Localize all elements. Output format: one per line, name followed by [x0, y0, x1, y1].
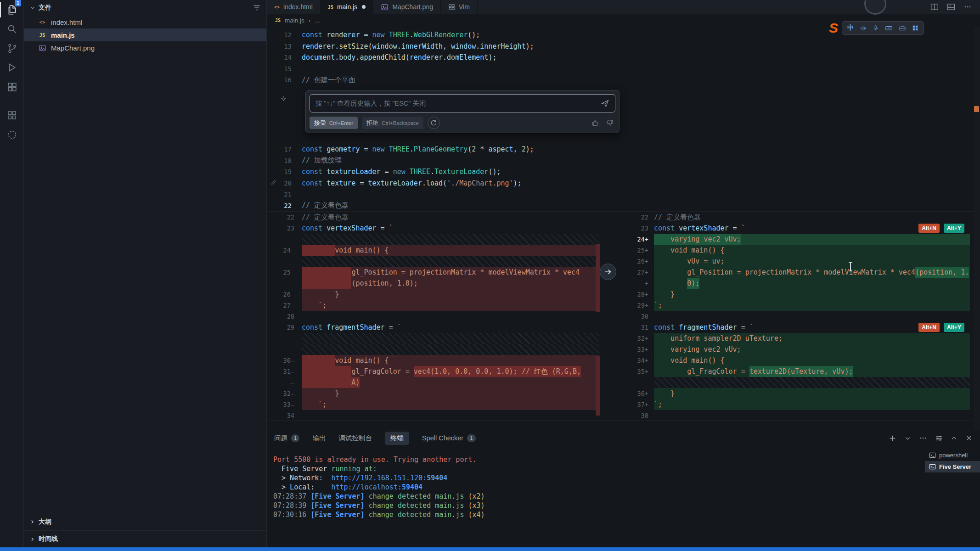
run-debug-icon[interactable]: [0, 58, 24, 77]
diff-row[interactable]: 25+ void main() {: [631, 245, 970, 256]
diff-row[interactable]: 38: [631, 410, 970, 421]
thumbs-up-icon[interactable]: [590, 119, 601, 127]
file-item-MapChart.png[interactable]: MapChart.png: [24, 41, 266, 54]
timeline-section-header[interactable]: 时间线: [24, 530, 266, 547]
code-line[interactable]: 22// 定义着色器: [267, 200, 980, 212]
code-line[interactable]: 19const textureLoader = new THREE.Textur…: [267, 166, 980, 178]
chevron-down-icon[interactable]: [29, 5, 36, 11]
diff-row[interactable]: + 0);: [631, 278, 970, 289]
next-change-arrow-button[interactable]: [600, 264, 616, 280]
diff-row[interactable]: 26— }: [267, 289, 599, 300]
panel-tab-输出[interactable]: 输出: [312, 434, 326, 443]
diff-row[interactable]: 30— void main() {: [267, 355, 599, 366]
chat-input[interactable]: [310, 94, 615, 112]
diff-row[interactable]: 34: [267, 410, 599, 421]
diff-modified-pane[interactable]: 22// 定义着色器23const vertexShader = `Alt+NA…: [631, 212, 970, 421]
diff-row[interactable]: 33— `;: [267, 399, 599, 410]
diff-row[interactable]: [267, 234, 599, 245]
diff-row[interactable]: 36+ }: [631, 388, 970, 399]
diff-row[interactable]: 22// 定义着色器: [267, 212, 599, 223]
launch-config-icon[interactable]: [935, 434, 943, 442]
toggle-layout-icon[interactable]: [947, 3, 955, 11]
code-line[interactable]: 13renderer.setSize(window.innerWidth, wi…: [267, 41, 980, 52]
views-menu-icon[interactable]: [253, 4, 261, 12]
code-viewport[interactable]: 12const renderer = new THREE.WebGLRender…: [267, 27, 980, 429]
more-icon[interactable]: [963, 3, 972, 11]
panel-tab-调试控制台[interactable]: 调试控制台: [338, 434, 372, 443]
terminal-instance-Five Server[interactable]: Five Server: [925, 461, 980, 472]
breadcrumb-more[interactable]: …: [315, 17, 321, 24]
diff-row[interactable]: 23const vertexShader = `Alt+NAlt+Y: [631, 223, 970, 234]
diff-row[interactable]: 31const fragmentShader = `Alt+NAlt+Y: [631, 322, 970, 333]
tab-Vim[interactable]: Vim: [441, 0, 478, 14]
code-line[interactable]: 14document.body.appendChild(renderer.dom…: [267, 52, 980, 63]
diff-row[interactable]: 29+`;: [631, 300, 970, 311]
sogou-logo[interactable]: S: [829, 21, 838, 35]
more-icon[interactable]: [919, 434, 927, 442]
tab-MapChart.png[interactable]: MapChart.png: [373, 0, 441, 14]
diff-row[interactable]: 27— `;: [267, 300, 599, 311]
code-line[interactable]: 15: [267, 63, 980, 75]
edit-pencil-icon[interactable]: [270, 179, 277, 186]
diff-row[interactable]: 31— gl_FragColor = vec4(1.0, 0.0, 0.0, 1…: [267, 366, 599, 377]
explorer-icon[interactable]: 1: [0, 0, 24, 19]
split-editor-icon[interactable]: [930, 3, 939, 11]
diff-row[interactable]: 24— void main() {: [267, 245, 599, 256]
diff-original-pane[interactable]: 22// 定义着色器23const vertexShader = `24— vo…: [267, 212, 599, 421]
keyboard-icon[interactable]: [885, 24, 893, 32]
alt-y-badge[interactable]: Alt+Y: [944, 224, 964, 233]
alt-y-badge[interactable]: Alt+Y: [944, 323, 964, 332]
accept-button[interactable]: 接受 Ctrl+Enter: [310, 117, 358, 129]
new-terminal-icon[interactable]: [889, 434, 896, 442]
diff-row[interactable]: 28: [267, 311, 599, 322]
live-circle-icon[interactable]: [0, 125, 24, 144]
diff-row[interactable]: [267, 333, 599, 344]
panel-tab-问题[interactable]: 问题1: [274, 434, 299, 443]
search-icon[interactable]: [0, 19, 24, 39]
chat-text-field[interactable]: [315, 100, 597, 107]
diff-row[interactable]: 32— }: [267, 388, 599, 399]
alt-n-badge[interactable]: Alt+N: [918, 224, 940, 233]
diff-row[interactable]: 29const fragmentShader = `: [267, 322, 599, 333]
diff-row[interactable]: 37+`;: [631, 399, 970, 410]
diff-row[interactable]: [267, 344, 599, 355]
diff-row[interactable]: 23const vertexShader = `: [267, 223, 599, 234]
status-bar[interactable]: [0, 547, 980, 551]
diff-row[interactable]: 30: [631, 311, 970, 322]
thumbs-down-icon[interactable]: [605, 119, 615, 127]
chinese-mode-icon[interactable]: 中: [847, 24, 854, 32]
diff-row[interactable]: 24+ varying vec2 vUv;: [631, 234, 970, 245]
diff-row[interactable]: — (position, 1.0);: [267, 278, 599, 289]
diff-row[interactable]: 27+ gl_Position = projectionMatrix * mod…: [631, 267, 970, 278]
reject-button[interactable]: 拒绝 Ctrl+Backspace: [362, 117, 423, 129]
extensions-icon[interactable]: [0, 77, 24, 96]
breadcrumb-file[interactable]: main.js: [285, 17, 304, 24]
voice-icon[interactable]: [860, 25, 867, 32]
code-line[interactable]: 17const geometry = new THREE.PlaneGeomet…: [267, 144, 980, 155]
code-line[interactable]: 20const texture = textureLoader.load('./…: [267, 178, 980, 189]
tab-index.html[interactable]: <>index.html: [267, 0, 321, 14]
file-item-index.html[interactable]: <>index.html: [24, 16, 266, 28]
diff-row[interactable]: 35+ gl_FragColor = texture2D(uTexture, v…: [631, 366, 970, 377]
apps-icon[interactable]: [912, 25, 918, 31]
diff-row[interactable]: 26+ vUv = uv;: [631, 256, 970, 267]
diff-row[interactable]: 33+ varying vec2 vUv;: [631, 344, 970, 355]
diff-row[interactable]: 34+ void main() {: [631, 355, 970, 366]
outline-section-header[interactable]: 大纲: [24, 513, 266, 530]
send-icon[interactable]: [601, 99, 609, 108]
code-line[interactable]: 18// 加载纹理: [267, 155, 980, 167]
maximize-panel-icon[interactable]: [951, 435, 957, 442]
regenerate-button[interactable]: [428, 117, 440, 129]
remote-grid-icon[interactable]: [0, 106, 24, 125]
tab-main.js[interactable]: JSmain.js: [321, 0, 373, 14]
terminal-picker-icon[interactable]: [904, 435, 911, 442]
file-item-main.js[interactable]: JSmain.js: [24, 28, 266, 41]
terminal-instance-powershell[interactable]: powershell: [925, 450, 980, 461]
close-panel-icon[interactable]: [965, 434, 973, 442]
ai-sparkle-icon[interactable]: [280, 96, 287, 103]
code-line[interactable]: 16// 创建一个平面: [267, 74, 980, 86]
diff-row[interactable]: 32+ uniform sampler2D uTexture;: [631, 333, 970, 344]
diff-row[interactable]: 28+ }: [631, 289, 970, 300]
panel-tab-终端[interactable]: 终端: [385, 432, 409, 445]
panel-tab-Spell Checker[interactable]: Spell Checker1: [422, 434, 476, 442]
